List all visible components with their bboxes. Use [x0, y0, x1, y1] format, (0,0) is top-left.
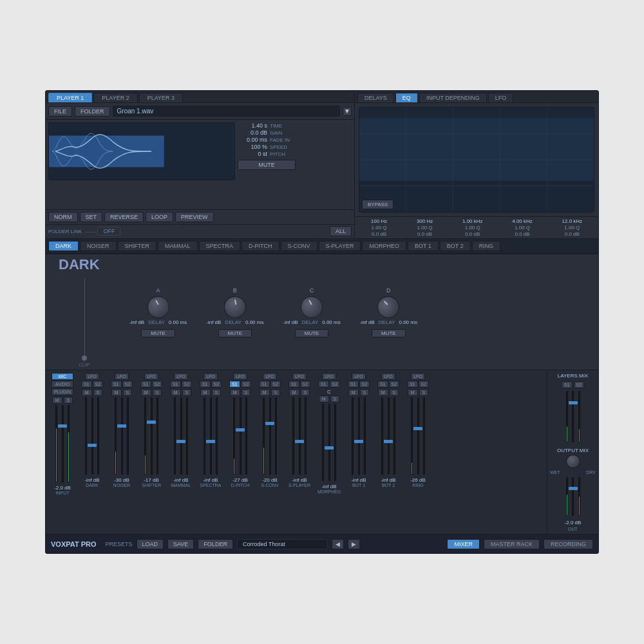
layers-s1-btn[interactable]: S1 — [562, 381, 573, 388]
mammal-m-btn[interactable]: M — [171, 389, 181, 396]
dpitch-s2-btn[interactable]: S2 — [241, 381, 252, 388]
dark-s1-btn[interactable]: S1 — [81, 381, 92, 388]
spectra-fader-handle[interactable] — [206, 440, 215, 443]
player-tab-2[interactable]: PLAYER 2 — [93, 93, 137, 102]
mute-btn-d[interactable]: MUTE — [372, 329, 406, 337]
delays-tab[interactable]: DELAYS — [357, 93, 394, 102]
bot2-m-btn[interactable]: M — [378, 389, 388, 396]
layers-fader-track[interactable] — [569, 391, 577, 442]
sconv-lfo-btn[interactable]: LFO — [263, 373, 277, 380]
noiser-s2-btn[interactable]: S2 — [122, 381, 133, 388]
layers-fader-handle[interactable] — [569, 401, 578, 404]
knob-c[interactable] — [301, 296, 323, 318]
spectra-s-btn[interactable]: S — [212, 389, 222, 396]
all-button[interactable]: ALL — [330, 226, 352, 236]
bot2-s-btn[interactable]: S — [390, 389, 399, 396]
out-fader-handle[interactable] — [569, 487, 578, 490]
knob-b[interactable] — [221, 293, 249, 321]
eq-tab[interactable]: EQ — [395, 93, 418, 102]
shifter-lfo-btn[interactable]: LFO — [144, 373, 158, 380]
splayer-fader-handle[interactable] — [295, 440, 304, 443]
dpitch-fader-track[interactable] — [236, 397, 244, 475]
sconv-m-btn[interactable]: M — [260, 389, 270, 396]
fx-tab-dpitch[interactable]: D-PITCH — [242, 241, 279, 251]
bot1-fader-track[interactable] — [355, 397, 363, 475]
mammal-fader-track[interactable] — [177, 397, 185, 475]
sconv-s1-btn[interactable]: S1 — [259, 381, 270, 388]
recording-tab-btn[interactable]: RECORDING — [544, 539, 593, 549]
lfo-tab[interactable]: LFO — [488, 93, 514, 102]
dpitch-s-btn[interactable]: S — [242, 389, 251, 396]
morpheo-m-btn[interactable]: M — [319, 395, 329, 402]
fx-tab-bot2[interactable]: BOT 2 — [440, 241, 471, 251]
splayer-s1-btn[interactable]: S1 — [289, 381, 299, 388]
bot1-m-btn[interactable]: M — [348, 389, 359, 396]
input-fader-track[interactable] — [59, 405, 66, 482]
ring-s1-btn[interactable]: S1 — [407, 381, 418, 388]
sconv-s2-btn[interactable]: S2 — [270, 381, 281, 388]
bot1-s2-btn[interactable]: S2 — [359, 381, 370, 388]
ring-s-btn[interactable]: S — [419, 389, 429, 396]
mammal-fader-handle[interactable] — [176, 440, 185, 443]
dark-fader-track[interactable] — [88, 397, 96, 475]
dpitch-fader-handle[interactable] — [236, 428, 245, 431]
mammal-lfo-btn[interactable]: LFO — [174, 373, 188, 380]
fx-tab-morpheo[interactable]: MORPHEO — [362, 241, 406, 251]
player-tab-1[interactable]: PLAYER 1 — [48, 93, 92, 102]
dropdown-arrow[interactable]: ▼ — [343, 107, 352, 116]
load-button[interactable]: LOAD — [137, 539, 164, 549]
shifter-fader-handle[interactable] — [147, 421, 156, 424]
noiser-m-btn[interactable]: M — [111, 389, 122, 396]
spectra-s2-btn[interactable]: S2 — [211, 381, 222, 388]
morpheo-lfo-btn[interactable]: LFO — [322, 373, 336, 380]
dark-s-btn[interactable]: S — [93, 389, 103, 396]
morpheo-fader-track[interactable] — [325, 404, 333, 481]
ring-fader-handle[interactable] — [413, 427, 422, 430]
dpitch-s1-btn[interactable]: S1 — [229, 381, 240, 388]
fx-tab-noiser[interactable]: NOISER — [80, 241, 117, 251]
bot1-s-btn[interactable]: S — [360, 389, 370, 396]
folder-bb-button[interactable]: FOLDER — [198, 539, 233, 549]
audio-btn[interactable]: AUDIO — [52, 381, 73, 388]
input-s-btn[interactable]: S — [64, 397, 73, 404]
spectra-s1-btn[interactable]: S1 — [200, 381, 211, 388]
morpheo-s2-btn[interactable]: S2 — [330, 381, 341, 388]
reverse-button[interactable]: REVERSE — [104, 212, 144, 222]
bot2-fader-handle[interactable] — [384, 440, 393, 443]
spectra-m-btn[interactable]: M — [200, 389, 211, 396]
shifter-s2-btn[interactable]: S2 — [152, 381, 163, 388]
preview-button[interactable]: PREVIEW — [175, 212, 214, 222]
shifter-fader-track[interactable] — [147, 397, 155, 475]
sconv-fader-track[interactable] — [266, 397, 274, 475]
mute-btn-a[interactable]: MUTE — [141, 329, 175, 337]
fx-tab-ring[interactable]: RING — [472, 241, 501, 251]
bot2-s2-btn[interactable]: S2 — [389, 381, 400, 388]
bot1-lfo-btn[interactable]: LFO — [352, 373, 366, 380]
input-fader-handle[interactable] — [58, 424, 67, 428]
mute-button[interactable]: MUTE — [238, 160, 296, 170]
bot1-fader-handle[interactable] — [354, 440, 363, 443]
bot2-s1-btn[interactable]: S1 — [377, 381, 388, 388]
input-m-btn[interactable]: M — [52, 397, 62, 404]
morpheo-fader-handle[interactable] — [325, 446, 334, 450]
fx-tab-mammal[interactable]: MAMMAL — [158, 241, 198, 251]
ring-s2-btn[interactable]: S2 — [419, 381, 430, 388]
bot2-lfo-btn[interactable]: LFO — [381, 373, 395, 380]
shifter-m-btn[interactable]: M — [141, 389, 151, 396]
plugin-btn[interactable]: PLUGIN — [52, 388, 73, 395]
loop-button[interactable]: LOOP — [146, 212, 173, 222]
dpitch-m-btn[interactable]: M — [230, 389, 240, 396]
noiser-fader-handle[interactable] — [117, 424, 126, 428]
bot1-s1-btn[interactable]: S1 — [348, 381, 359, 388]
spectra-fader-track[interactable] — [207, 397, 214, 475]
dark-m-btn[interactable]: M — [82, 389, 92, 396]
morpheo-s-btn[interactable]: S — [330, 395, 340, 402]
fx-tab-dark[interactable]: DARK — [48, 241, 79, 251]
dark-fader-handle[interactable] — [88, 444, 97, 447]
fx-tab-shifter[interactable]: SHIFTER — [118, 241, 157, 251]
mixer-tab-btn[interactable]: MIXER — [447, 539, 480, 549]
norm-button[interactable]: NORM — [48, 212, 78, 222]
master-rack-tab-btn[interactable]: MASTER RACK — [484, 539, 540, 549]
dark-lfo-btn[interactable]: LFO — [85, 373, 99, 380]
noiser-lfo-btn[interactable]: LFO — [115, 373, 129, 380]
